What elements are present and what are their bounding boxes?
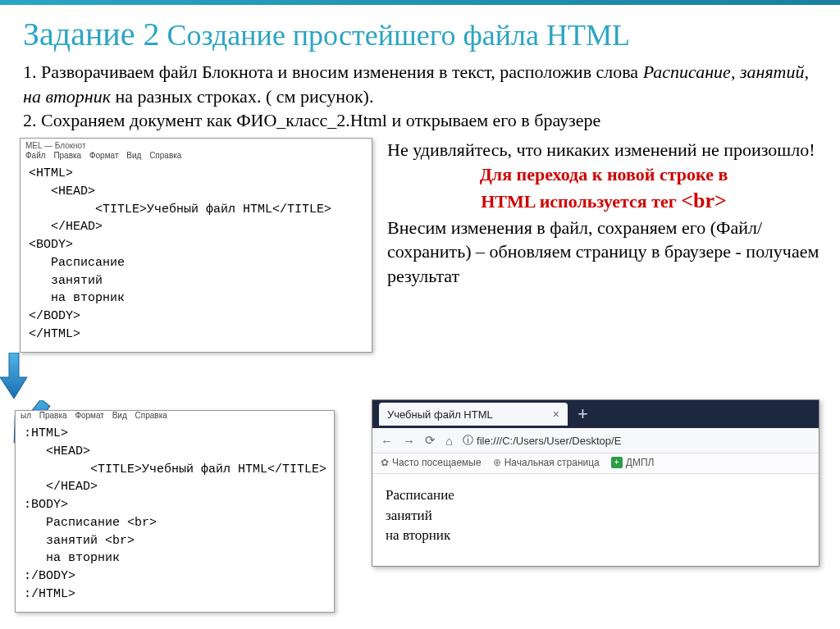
notepad-window-1: MEL — Блокнот Файл Правка Формат Вид Спр… xyxy=(20,138,372,353)
url-text: file:///C:/Users/User/Desktop/E xyxy=(477,435,621,447)
bookmark-frequent[interactable]: ✿Часто посещаемые xyxy=(381,457,482,468)
notepad1-menubar: Файл Правка Формат Вид Справка xyxy=(21,151,372,163)
content-line-1: Расписание xyxy=(386,485,806,506)
url-bar[interactable]: ⓘ file:///C:/Users/User/Desktop/E xyxy=(463,433,621,448)
note-br-tag: <br> xyxy=(681,189,727,212)
reload-icon[interactable]: ⟳ xyxy=(425,433,436,448)
content-line-2: занятий xyxy=(386,506,806,526)
bookmark-startpage[interactable]: ⊕Начальная страница xyxy=(493,457,600,468)
menu-view[interactable]: Вид xyxy=(126,151,141,160)
browser-tabstrip: Учебный файл HTML × + xyxy=(372,400,819,428)
content-line-3: на вторник xyxy=(386,526,806,546)
menu-help-2[interactable]: Справка xyxy=(135,411,167,420)
notepad1-title: MEL — Блокнот xyxy=(21,139,372,151)
bookmark-dmpl[interactable]: +ДМПЛ xyxy=(611,457,655,468)
notepad1-code: <HTML> <HEAD> <TITLE>Учебный файл HTML</… xyxy=(21,163,372,352)
note-br-line2a: HTML используется тег xyxy=(481,191,681,212)
browser-tab[interactable]: Учебный файл HTML × xyxy=(379,403,568,426)
menu-edit-2[interactable]: Правка xyxy=(39,411,67,420)
bookmarks-bar: ✿Часто посещаемые ⊕Начальная страница +Д… xyxy=(372,454,819,474)
browser-content: Расписание занятий на вторник xyxy=(372,474,819,566)
new-tab-button[interactable]: + xyxy=(568,403,598,425)
menu-file[interactable]: Файл xyxy=(25,151,46,160)
note-br-line1: Для перехода к новой строке в xyxy=(480,164,728,185)
title-prefix: Задание 2 xyxy=(23,16,159,52)
arrow-down-icon xyxy=(0,353,840,400)
forward-icon[interactable]: → xyxy=(403,434,415,448)
browser-toolbar: ← → ⟳ ⌂ ⓘ file:///C:/Users/User/Desktop/… xyxy=(372,428,819,454)
notepad2-menubar: ыл Правка Формат Вид Справка xyxy=(16,411,334,423)
notepad-window-2: ыл Правка Формат Вид Справка :HTML> <HEA… xyxy=(15,410,335,613)
note-no-changes: Не удивляйтесь, что никаких изменений не… xyxy=(387,138,820,162)
menu-edit[interactable]: Правка xyxy=(53,151,81,160)
instr-1a: 1. Разворачиваем файл Блокнота и вносим … xyxy=(23,62,643,82)
menu-format[interactable]: Формат xyxy=(89,151,119,160)
gear-icon: ✿ xyxy=(381,457,389,468)
note-update-file: Внесим изменения в файл, сохраняем его (… xyxy=(387,216,820,289)
notepad2-code: :HTML> <HEAD> <TITLE>Учебный файл HTML</… xyxy=(16,423,334,612)
instructions: 1. Разворачиваем файл Блокнота и вносим … xyxy=(0,60,840,133)
info-icon: ⓘ xyxy=(463,433,473,448)
close-tab-icon[interactable]: × xyxy=(553,408,559,421)
instr-2: 2. Сохраняем документ как ФИО_класс_2.Ht… xyxy=(23,108,817,133)
slide-title: Задание 2 Создание простейшего файла HTM… xyxy=(0,0,840,60)
browser-window: Учебный файл HTML × + ← → ⟳ ⌂ ⓘ file:///… xyxy=(372,399,819,567)
menu-help[interactable]: Справка xyxy=(149,151,181,160)
menu-format-2[interactable]: Формат xyxy=(75,411,104,420)
menu-view-2[interactable]: Вид xyxy=(112,411,127,420)
globe-icon: ⊕ xyxy=(493,457,501,468)
explanation-column: Не удивляйтесь, что никаких изменений не… xyxy=(387,138,820,353)
title-rest: Создание простейшего файла HTML xyxy=(159,19,630,52)
menu-file-2[interactable]: ыл xyxy=(21,411,31,420)
tab-title: Учебный файл HTML xyxy=(387,408,493,421)
bookmark-badge-icon: + xyxy=(611,457,623,468)
home-icon[interactable]: ⌂ xyxy=(445,434,453,448)
back-icon[interactable]: ← xyxy=(381,434,393,448)
instr-1b: на разных строках. ( см рисунок). xyxy=(111,86,373,107)
